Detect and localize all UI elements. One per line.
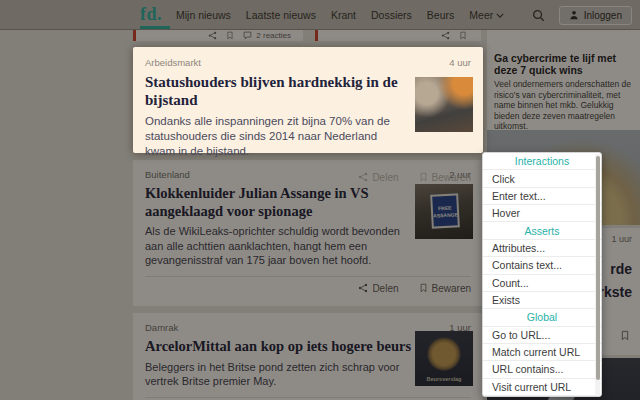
bookmark-icon bbox=[419, 172, 428, 182]
article-card-statushouders[interactable]: Arbeidsmarkt 4 uur Statushouders blijven… bbox=[133, 47, 483, 153]
menu-item-exists[interactable]: Exists bbox=[483, 292, 601, 309]
menu-item-count[interactable]: Count... bbox=[483, 275, 601, 292]
share-icon bbox=[358, 172, 368, 182]
menu-item-url-contains[interactable]: URL contains... bbox=[483, 361, 601, 378]
menu-section-global: Global bbox=[483, 309, 601, 326]
article-title[interactable]: Statushouders blijven hardnekkig in de b… bbox=[145, 73, 413, 110]
article-category[interactable]: Arbeidsmarkt bbox=[145, 57, 201, 68]
share-button[interactable]: Delen bbox=[358, 172, 398, 183]
article-summary: Ondanks alle inspanningen zit bijna 70% … bbox=[145, 114, 407, 160]
menu-section-asserts: Asserts bbox=[483, 222, 601, 239]
menu-item-enter-text[interactable]: Enter text... bbox=[483, 188, 601, 205]
article-time: 4 uur bbox=[449, 57, 471, 68]
menu-item-match-current-url[interactable]: Match current URL bbox=[483, 344, 601, 361]
menu-section-interactions: Interactions bbox=[483, 153, 601, 170]
context-menu: Interactions Click Enter text... Hover A… bbox=[482, 152, 602, 397]
menu-item-go-to-url[interactable]: Go to URL... bbox=[483, 327, 601, 344]
save-button[interactable]: Bewaren bbox=[419, 172, 471, 183]
menu-item-visit-current-url[interactable]: Visit current URL bbox=[483, 379, 601, 396]
menu-item-contains-text[interactable]: Contains text... bbox=[483, 257, 601, 274]
menu-scrollbar[interactable] bbox=[595, 154, 600, 397]
scrollbar-thumb[interactable] bbox=[596, 156, 600, 380]
menu-item-click[interactable]: Click bbox=[483, 170, 601, 187]
menu-item-attributes[interactable]: Attributes... bbox=[483, 240, 601, 257]
menu-item-hover[interactable]: Hover bbox=[483, 205, 601, 222]
article-image[interactable] bbox=[415, 77, 473, 132]
